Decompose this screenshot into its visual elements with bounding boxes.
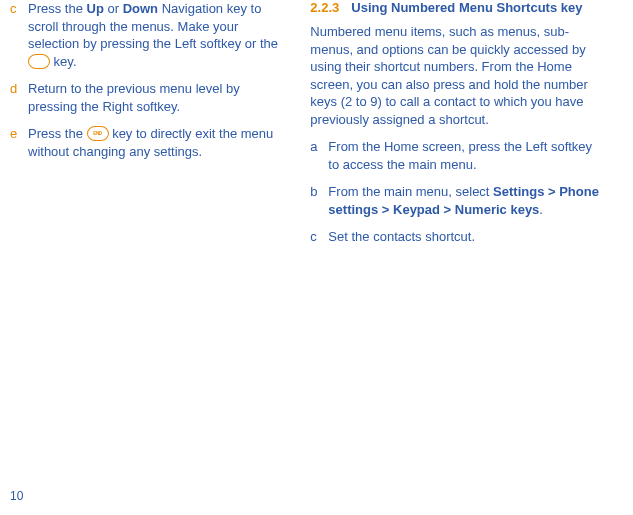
bold-text: Down — [123, 1, 158, 16]
list-marker: a — [310, 138, 328, 173]
left-column: cPress the Up or Down Navigation key to … — [10, 0, 310, 515]
list-item-body: From the main menu, select Settings > Ph… — [328, 183, 605, 218]
manual-page: cPress the Up or Down Navigation key to … — [0, 0, 633, 515]
section-title: Using Numbered Menu Shortcuts key — [351, 0, 582, 15]
list-marker: e — [10, 125, 28, 160]
text-run: key. — [50, 54, 77, 69]
section-intro: Numbered menu items, such as menus, sub-… — [310, 23, 605, 128]
list-item: bFrom the main menu, select Settings > P… — [310, 183, 605, 218]
list-item: dReturn to the previous menu level by pr… — [10, 80, 292, 115]
list-marker: b — [310, 183, 328, 218]
list-item: ePress the END key to directly exit the … — [10, 125, 292, 160]
right-column: 2.2.3Using Numbered Menu Shortcuts keyNu… — [310, 0, 623, 515]
list-item-body: Set the contacts shortcut. — [328, 228, 605, 246]
list-item: cSet the contacts shortcut. — [310, 228, 605, 246]
section-number: 2.2.3 — [310, 0, 339, 15]
bold-text: Up — [87, 1, 104, 16]
text-run: Press the — [28, 1, 87, 16]
section-heading: 2.2.3Using Numbered Menu Shortcuts key — [310, 0, 605, 15]
text-run: Press the — [28, 126, 87, 141]
list-item-body: From the Home screen, press the Left sof… — [328, 138, 605, 173]
text-run: From the Home screen, press the Left sof… — [328, 139, 592, 172]
text-run: . — [539, 202, 543, 217]
text-run: Set the contacts shortcut. — [328, 229, 475, 244]
list-item-body: Press the END key to directly exit the m… — [28, 125, 292, 160]
list-item-body: Press the Up or Down Navigation key to s… — [28, 0, 292, 70]
list-marker: c — [10, 0, 28, 70]
list-item-body: Return to the previous menu level by pre… — [28, 80, 292, 115]
text-run: From the main menu, select — [328, 184, 493, 199]
page-number: 10 — [10, 489, 23, 503]
ok-key-icon — [28, 54, 50, 69]
list-marker: d — [10, 80, 28, 115]
list-item: cPress the Up or Down Navigation key to … — [10, 0, 292, 70]
text-run: Return to the previous menu level by pre… — [28, 81, 240, 114]
end-key-icon: END — [87, 126, 109, 141]
list-item: aFrom the Home screen, press the Left so… — [310, 138, 605, 173]
list-marker: c — [310, 228, 328, 246]
text-run: or — [104, 1, 123, 16]
